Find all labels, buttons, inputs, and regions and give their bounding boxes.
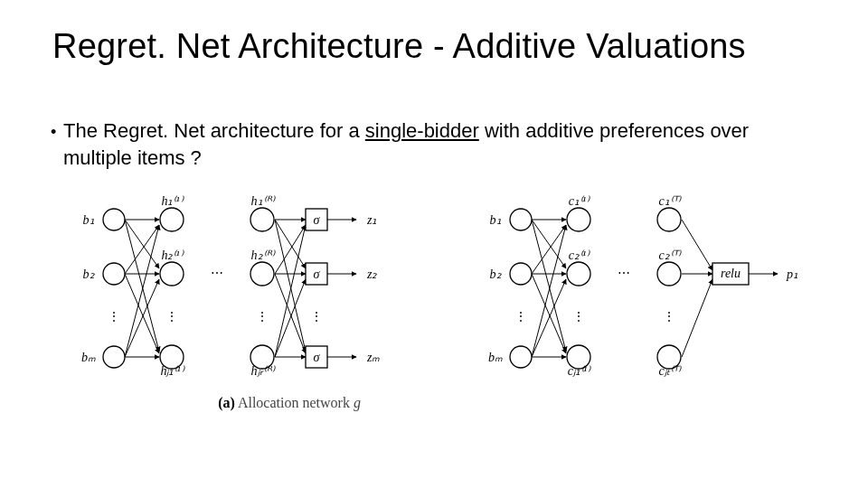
- label-cJ-T: cⱼₜ⁽ᵀ⁾: [658, 364, 681, 378]
- svg-point-52: [657, 208, 681, 231]
- label-cJ-1: cⱼ₁⁽¹⁾: [568, 364, 591, 378]
- svg-line-36: [532, 225, 566, 274]
- svg-point-25: [160, 262, 184, 286]
- sigma-1: σ: [314, 213, 321, 227]
- label-zm: zₘ: [366, 351, 380, 364]
- svg-point-23: [103, 346, 125, 368]
- svg-line-44: [682, 279, 712, 357]
- svg-point-28: [250, 262, 274, 286]
- svg-point-46: [510, 209, 532, 230]
- svg-point-48: [510, 346, 532, 368]
- svg-line-12: [275, 225, 306, 274]
- label-b1-p: b₁: [490, 213, 502, 227]
- label-h1-R: h₁⁽ᴿ⁾: [251, 194, 276, 208]
- label-b2-p: b₂: [490, 267, 502, 281]
- label-h1-1: h₁⁽¹⁾: [161, 194, 184, 208]
- svg-point-50: [567, 262, 590, 286]
- label-hJ-R: hⱼᵣ⁽ᴿ⁾: [251, 364, 276, 378]
- label-b1: b₁: [83, 213, 95, 227]
- label-bm-p: bₘ: [488, 351, 503, 364]
- label-c2-T: c₂⁽ᵀ⁾: [658, 249, 681, 262]
- bullet-item: • The Regret. Net architecture for a sin…: [63, 117, 805, 171]
- vellipsis: ⋮: [256, 310, 269, 324]
- label-hJ-1: hⱼ₁⁽¹⁾: [160, 364, 184, 378]
- vellipsis: ⋮: [514, 310, 527, 324]
- hellipsis: ⋯: [211, 267, 223, 280]
- svg-line-3: [125, 225, 159, 274]
- allocation-network: ⋮ ⋮ ⋮ ⋮ ⋯ b₁ b₂ bₘ h₁⁽¹⁾ h₂⁽¹⁾ hⱼ₁⁽¹⁾ h₁…: [72, 194, 416, 392]
- caption-a-var: g: [354, 395, 361, 410]
- svg-point-47: [510, 263, 532, 285]
- page-title: Regret. Net Architecture - Additive Valu…: [52, 27, 746, 66]
- vellipsis: ⋮: [165, 310, 178, 324]
- bullet-pre: The Regret. Net architecture for a: [63, 119, 365, 142]
- label-c2-1: c₂⁽¹⁾: [569, 249, 590, 262]
- sigma-m: σ: [314, 351, 321, 364]
- svg-point-21: [103, 209, 125, 230]
- svg-line-42: [682, 220, 712, 270]
- vellipsis: ⋮: [572, 310, 585, 324]
- caption-a-bold: (a): [218, 395, 235, 410]
- label-relu: relu: [721, 267, 741, 280]
- caption-a-text: Allocation network: [238, 395, 350, 410]
- vellipsis: ⋮: [108, 310, 120, 324]
- label-c1-T: c₁⁽ᵀ⁾: [658, 194, 681, 208]
- label-bm: bₘ: [81, 351, 96, 364]
- label-c1-1: c₁⁽¹⁾: [569, 194, 590, 208]
- sigma-2: σ: [314, 267, 321, 281]
- label-z1: z₁: [366, 213, 377, 227]
- label-z2: z₂: [366, 267, 377, 281]
- svg-point-27: [250, 208, 274, 231]
- svg-point-22: [103, 263, 125, 285]
- payment-network: ⋮ ⋮ ⋮ ⋯ b₁ b₂ bₘ c₁⁽¹⁾ c₂⁽¹⁾ cⱼ₁⁽¹⁾ c₁⁽ᵀ…: [479, 194, 823, 392]
- diagram-area: ⋮ ⋮ ⋮ ⋮ ⋯ b₁ b₂ bₘ h₁⁽¹⁾ h₂⁽¹⁾ hⱼ₁⁽¹⁾ h₁…: [36, 194, 832, 456]
- caption-a: (a) Allocation network g: [181, 395, 398, 411]
- label-p1: p₁: [786, 267, 798, 281]
- label-b2: b₂: [83, 267, 95, 281]
- bullet-underline: single-bidder: [365, 119, 479, 142]
- svg-point-24: [160, 208, 184, 231]
- svg-point-53: [657, 262, 681, 286]
- vellipsis: ⋮: [663, 310, 675, 324]
- svg-point-49: [567, 208, 590, 231]
- bullet-marker: •: [51, 121, 56, 143]
- hellipsis: ⋯: [618, 267, 630, 280]
- label-h2-1: h₂⁽¹⁾: [161, 249, 184, 262]
- label-h2-R: h₂⁽ᴿ⁾: [251, 249, 276, 262]
- vellipsis: ⋮: [310, 310, 323, 324]
